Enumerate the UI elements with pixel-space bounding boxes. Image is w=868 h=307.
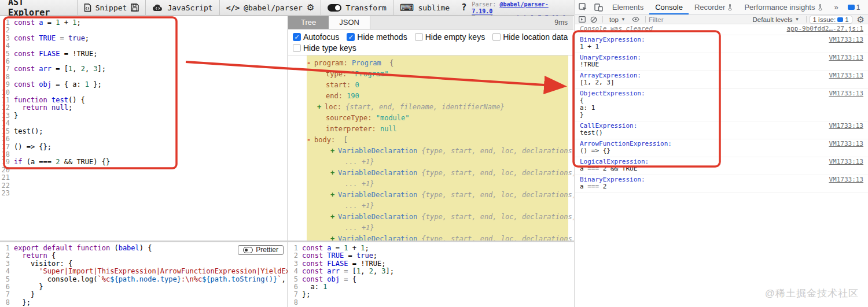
device-toolbar-icon[interactable]: [591, 3, 606, 12]
expand-icon[interactable]: +: [330, 234, 338, 241]
prettier-label: Prettier: [256, 246, 278, 254]
source-link[interactable]: VM1733:13: [824, 90, 863, 98]
tree-node[interactable]: +VariableDeclaration {type, start, end, …: [307, 234, 568, 241]
code-text: visitor: {: [14, 260, 72, 268]
tab-label: Recorder: [694, 3, 725, 12]
log-levels-dropdown[interactable]: Default levels ▼: [749, 16, 803, 23]
token: ];: [98, 65, 106, 73]
inspect-element-icon[interactable]: [575, 3, 591, 12]
line-number: 22: [0, 182, 14, 190]
tree-node[interactable]: +VariableDeclaration {type, start, end, …: [307, 212, 568, 223]
token: };: [14, 298, 31, 306]
unchecked-checkbox-icon[interactable]: [293, 44, 301, 52]
transform-editor[interactable]: Prettier 1export default function (babel…: [0, 242, 288, 307]
tree-token: body:: [314, 136, 335, 144]
tree-node[interactable]: +loc: {start, end, filename, identifierN…: [307, 102, 568, 113]
help-button[interactable]: ?: [456, 0, 472, 15]
tree-view[interactable]: -program: Program {type: "Program"start:…: [288, 56, 573, 241]
source-link[interactable]: app-9b0fdd2…-27.js:1: [782, 25, 863, 33]
code-text: [14, 174, 18, 182]
expand-icon[interactable]: +: [317, 102, 325, 113]
tree-node[interactable]: ... +1}: [307, 201, 568, 212]
devtools-tab-console[interactable]: Console: [649, 0, 689, 14]
save-icon[interactable]: [131, 3, 139, 12]
source-code-editor[interactable]: 1const a = 1 + 1;2 3const TRUE = true;4 …: [0, 16, 288, 241]
checkbox-autofocus[interactable]: ✓Autofocus: [293, 32, 339, 42]
message-code-line: a === 2: [580, 183, 645, 191]
clear-console-icon[interactable]: [588, 16, 599, 23]
expand-icon[interactable]: +: [330, 190, 338, 201]
tree-node[interactable]: -program: Program {: [307, 58, 568, 69]
tree-node[interactable]: end: 190: [307, 91, 568, 102]
checkbox-hide-location-data[interactable]: Hide location data: [492, 32, 568, 42]
line-number: 12: [0, 104, 14, 112]
token: ${path.node.type}: [110, 275, 181, 283]
checkbox-hide-type-keys[interactable]: Hide type keys: [293, 43, 356, 53]
settings-gear-icon[interactable]: ⚙: [865, 2, 868, 13]
issues-counter[interactable]: 1 issue: 1: [810, 16, 852, 24]
devtools-tab-performance-insights[interactable]: Performance insights: [738, 0, 828, 14]
gear-icon[interactable]: ⚙: [307, 3, 314, 12]
source-link[interactable]: VM1733:13: [824, 158, 863, 166]
issues-count: 1: [845, 16, 848, 23]
console-settings-gear-icon[interactable]: ⚙: [854, 14, 868, 25]
tree-token: [335, 136, 343, 144]
transform-output-editor[interactable]: 1const a = 1 + 1;2const TRUE = true;3con…: [288, 242, 573, 307]
unchecked-checkbox-icon[interactable]: [492, 33, 501, 41]
source-link[interactable]: VM1733:13: [824, 140, 863, 148]
tree-node[interactable]: +VariableDeclaration {type, start, end, …: [307, 190, 568, 201]
parser-label: @babel/parser: [244, 3, 303, 12]
code-text: [14, 167, 18, 174]
source-link[interactable]: VM1733:13: [824, 123, 863, 130]
tree-node[interactable]: sourceType: "module": [307, 113, 568, 124]
tree-token: {type, start, end, loc, declarations,: [422, 191, 573, 199]
snippet-button[interactable]: Snippet: [77, 0, 146, 15]
token: };: [302, 290, 310, 298]
collapse-icon[interactable]: -: [307, 135, 314, 146]
tree-node[interactable]: start: 0: [307, 80, 568, 91]
expand-icon[interactable]: +: [330, 168, 338, 179]
tree-node[interactable]: ... +1}: [307, 157, 568, 168]
code-line: 3 visitor: {: [0, 260, 288, 268]
source-link[interactable]: VM1733:13: [824, 36, 863, 44]
filter-input[interactable]: [649, 16, 749, 23]
checkbox-hide-empty-keys[interactable]: Hide empty keys: [415, 32, 485, 42]
context-selector[interactable]: top ▼: [606, 16, 629, 23]
source-link[interactable]: VM1733:13: [824, 176, 863, 184]
tree-node[interactable]: ... +1}: [307, 223, 568, 234]
transform-toggle-icon[interactable]: [328, 4, 341, 12]
expand-icon[interactable]: +: [330, 212, 338, 223]
parser-dropdown[interactable]: </> @babel/parser ⚙: [219, 0, 321, 15]
language-dropdown[interactable]: JavaScript: [145, 0, 219, 15]
devtools-tab-recorder[interactable]: Recorder: [689, 0, 738, 14]
tree-node[interactable]: +VariableDeclaration {type, start, end, …: [307, 168, 568, 179]
tree-node[interactable]: interpreter: null: [307, 124, 568, 135]
checkbox-hide-methods[interactable]: ✓Hide methods: [347, 32, 407, 42]
tree-node[interactable]: +VariableDeclaration {type, start, end, …: [307, 146, 568, 157]
source-link[interactable]: VM1733:13: [824, 72, 863, 80]
collapse-icon[interactable]: -: [307, 58, 314, 69]
checked-checkbox-icon[interactable]: ✓: [347, 33, 355, 41]
devtools-tab-elements[interactable]: Elements: [606, 0, 649, 14]
code-line: 8: [0, 73, 288, 81]
devtools-tab-»[interactable]: »: [829, 0, 844, 14]
console-sidebar-icon[interactable]: [575, 16, 588, 23]
expand-icon[interactable]: +: [330, 146, 338, 157]
live-expression-eye-icon[interactable]: [629, 17, 642, 22]
tab-tree[interactable]: Tree: [288, 16, 329, 29]
messages-badge[interactable]: 1: [844, 3, 864, 12]
tree-node[interactable]: ... +1}: [307, 179, 568, 190]
tree-node[interactable]: type: "Program": [307, 69, 568, 80]
tree-node[interactable]: -body: [: [307, 135, 568, 146]
unchecked-checkbox-icon[interactable]: [415, 33, 423, 41]
tab-json[interactable]: JSON: [329, 16, 370, 29]
prettier-toggle-button[interactable]: Prettier: [238, 245, 284, 255]
code-text: const obj = {: [302, 276, 356, 283]
checked-checkbox-icon[interactable]: ✓: [293, 33, 301, 41]
tree-token: {start, end, filename, identifierName}: [345, 103, 505, 111]
keybinding-dropdown[interactable]: ⌨ sublime: [393, 0, 456, 15]
source-link[interactable]: VM1733:13: [824, 54, 863, 62]
tree-token: VariableDeclaration: [338, 147, 417, 155]
ast-toolbar: AST Explorer Snippet JavaScript </> @bab…: [0, 0, 574, 16]
transform-toggle-item[interactable]: Transform: [321, 0, 392, 15]
